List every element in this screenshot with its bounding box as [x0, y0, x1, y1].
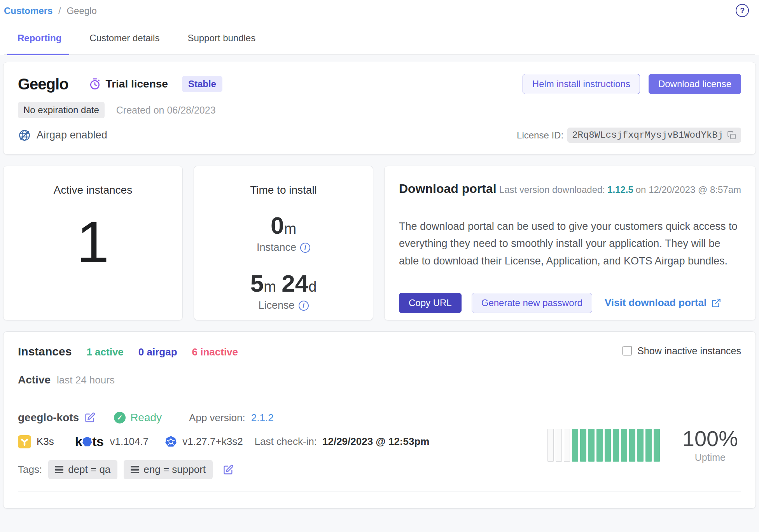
download-portal-title: Download portal	[399, 182, 497, 196]
app-version: App version: 2.1.2	[189, 412, 274, 424]
uptime-bar	[613, 429, 619, 462]
uptime-bar	[588, 429, 595, 462]
uptime-bar	[580, 429, 586, 462]
breadcrumb-customers-link[interactable]: Customers	[4, 5, 52, 16]
tab-bar: Reporting Customer details Support bundl…	[4, 33, 755, 55]
instance-info-icon[interactable]: i	[300, 243, 310, 253]
active-group-sublabel: last 24 hours	[57, 374, 115, 386]
license-type-label: Trial license	[106, 78, 168, 90]
trial-license-icon	[89, 78, 101, 90]
external-link-icon	[711, 298, 721, 308]
download-portal-card: Download portal Last version downloaded:…	[384, 166, 756, 320]
tags-label: Tags:	[18, 464, 42, 476]
copy-icon[interactable]	[727, 131, 736, 140]
license-id-value: 2Rq8WLcsjfxqrMysjvB1WodYkBj	[572, 130, 723, 140]
uptime-bar	[556, 429, 562, 462]
breadcrumb: Customers / Geeglo	[4, 5, 755, 16]
kubernetes-icon	[165, 436, 177, 448]
license-install-time: 5m 24d	[194, 271, 373, 296]
uptime-bar	[596, 429, 603, 462]
airgap-globe-icon	[18, 129, 31, 142]
inactive-count[interactable]: 6 inactive	[192, 346, 238, 358]
helm-install-instructions-button[interactable]: Helm install instructions	[523, 74, 640, 94]
visit-download-portal-link[interactable]: Visit download portal	[605, 297, 721, 309]
tab-customer-details[interactable]: Customer details	[89, 33, 159, 54]
status-check-icon: ✓	[114, 412, 126, 424]
expiration-badge: No expiration date	[18, 102, 105, 118]
app-version-link[interactable]: 2.1.2	[251, 412, 274, 424]
edit-tags-icon[interactable]	[223, 464, 234, 475]
download-license-button[interactable]: Download license	[649, 74, 741, 94]
breadcrumb-current: Geeglo	[66, 5, 96, 16]
uptime-bar	[629, 429, 635, 462]
active-count[interactable]: 1 active	[86, 346, 123, 358]
instance-status: ✓ Ready	[114, 411, 162, 424]
last-version-downloaded: Last version downloaded:1.12.5on 12/20/2…	[499, 184, 741, 195]
page-header: Customers / Geeglo ? Reporting Customer …	[0, 0, 759, 55]
breadcrumb-separator: /	[58, 5, 61, 16]
uptime-value: 100%	[682, 427, 738, 450]
created-date: Created on 06/28/2023	[116, 105, 216, 116]
channel-badge: Stable	[182, 76, 222, 92]
tag-badge: eng = support	[124, 460, 213, 479]
page-content: Geeglo Trial license Stable Helm install…	[0, 55, 759, 532]
license-install-label: License	[258, 299, 294, 312]
tag-badge: dept = qa	[48, 460, 117, 479]
download-portal-description: The download portal can be used to give …	[399, 218, 741, 270]
instance-row: geeglo-kots ✓ Ready App version: 2.1.2	[18, 401, 741, 490]
distribution-label: K3s	[37, 436, 54, 448]
uptime-label: Uptime	[682, 452, 738, 463]
instance-install-time: 0m	[194, 214, 373, 238]
last-version-link[interactable]: 1.12.5	[607, 184, 633, 195]
airgap-label: Airgap enabled	[37, 129, 107, 141]
airgap-count[interactable]: 0 airgap	[138, 346, 177, 358]
edit-instance-name-icon[interactable]	[84, 412, 95, 423]
uptime-bar	[564, 429, 570, 462]
license-id-badge: 2Rq8WLcsjfxqrMysjvB1WodYkBj	[567, 128, 741, 143]
uptime-bar	[645, 429, 652, 462]
kots-logo: kts	[75, 434, 104, 449]
airgap-status: Airgap enabled	[18, 129, 107, 142]
instances-title: Instances	[18, 345, 72, 358]
uptime-summary: 100% Uptime	[682, 427, 738, 463]
license-id-label: License ID:	[517, 130, 563, 141]
time-to-install-card: Time to install 0m Instance i 5m 24d Lic…	[194, 166, 373, 320]
time-to-install-title: Time to install	[194, 184, 373, 196]
uptime-bar	[572, 429, 578, 462]
distribution: K3s	[18, 435, 54, 448]
instances-card: Instances 1 active 0 airgap 6 inactive S…	[3, 331, 756, 509]
show-inactive-checkbox[interactable]	[623, 346, 632, 355]
copy-url-button[interactable]: Copy URL	[399, 293, 462, 313]
uptime-bar	[605, 429, 611, 462]
divider	[18, 398, 741, 398]
instance-install-label: Instance	[257, 242, 296, 254]
uptime-bar	[654, 429, 660, 462]
tab-support-bundles[interactable]: Support bundles	[187, 33, 255, 54]
last-checkin-label: Last check-in:	[255, 436, 317, 448]
help-icon[interactable]: ?	[736, 4, 749, 17]
uptime-bar	[637, 429, 644, 462]
k3s-icon	[18, 435, 31, 448]
active-instances-card: Active instances 1	[3, 166, 183, 320]
uptime-bar	[547, 429, 554, 462]
active-instances-value: 1	[3, 213, 182, 271]
license-info-icon[interactable]: i	[299, 301, 309, 311]
generate-password-button[interactable]: Generate new password	[472, 293, 592, 313]
kubernetes-version: v1.27.7+k3s2	[182, 436, 243, 448]
license-type: Trial license	[89, 78, 168, 90]
status-label: Ready	[130, 411, 162, 424]
last-checkin-value: 12/29/2023 @ 12:53pm	[322, 436, 429, 448]
instance-name: geeglo-kots	[18, 411, 79, 424]
uptime-bars	[547, 429, 660, 462]
tab-reporting[interactable]: Reporting	[17, 33, 61, 54]
active-group-label: Active	[18, 374, 51, 386]
tag-icon	[131, 466, 139, 474]
active-instances-title: Active instances	[3, 184, 182, 196]
kots-version: v1.104.7	[110, 436, 149, 448]
tag-icon	[55, 466, 63, 474]
uptime-bar	[621, 429, 627, 462]
show-inactive-label[interactable]: Show inactive instances	[637, 345, 741, 357]
license-summary-card: Geeglo Trial license Stable Helm install…	[3, 62, 756, 155]
customer-name: Geeglo	[18, 75, 68, 93]
kots-logo-o	[82, 437, 92, 447]
